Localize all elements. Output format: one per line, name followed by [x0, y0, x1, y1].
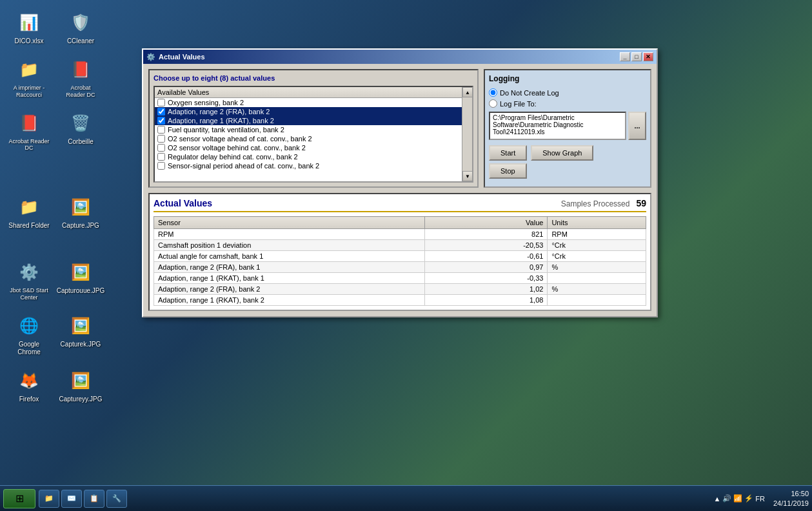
close-button[interactable]: ✕ [643, 52, 653, 61]
list-item[interactable]: Adaption, range 2 (FRA), bank 2 [155, 107, 462, 116]
list-item[interactable]: Sensor-signal period ahead of cat. conv.… [155, 161, 462, 170]
trash-icon: 🗑️ [68, 110, 94, 136]
checkbox-sensor-signal[interactable] [157, 162, 165, 170]
show-graph-button[interactable]: Show Graph [531, 145, 593, 161]
file-path-input[interactable] [493, 114, 622, 137]
radio-no-log-item[interactable]: Do Not Create Log [489, 88, 646, 97]
desktop-icons-group: 📊 DICO.xlsx 🛡️ CCleaner 📁 A imprimer -Ra… [6, 10, 103, 403]
tray-lang-label: FR [755, 495, 765, 503]
checkbox-fra-bank2[interactable] [157, 108, 165, 115]
cell-sensor: Actual angle for camshaft, bank 1 [154, 251, 425, 262]
desktop-icon-shared[interactable]: 📁 Shared Folder [6, 194, 52, 230]
desktop-icon-acrobat2[interactable]: 📕 Acrobat Reader DC [6, 110, 52, 152]
jbot-icon: ⚙️ [16, 259, 42, 285]
scroll-thumb[interactable] [462, 97, 472, 171]
taskbar: ⊞ 📁 ✉️ 📋 🔧 ▲ 🔊 📶 ⚡ FR [0, 485, 812, 511]
ccleaner-icon: 🛡️ [68, 10, 94, 35]
checkbox-oxygen[interactable] [157, 99, 165, 106]
desktop-icon-firefox[interactable]: 🦊 Firefox [6, 368, 52, 403]
item-label: O2 sensor voltage behind cat. conv., ban… [168, 144, 306, 152]
desktop-icon-acrobat[interactable]: 📕 AcrobatReader DC [58, 57, 103, 99]
capturek-label: Capturek.JPG [61, 341, 101, 348]
cell-value: 0,97 [424, 262, 548, 273]
desktop-icon-captureyy[interactable]: 🖼️ Captureyy.JPG [58, 368, 103, 403]
firefox-label: Firefox [19, 396, 39, 403]
taskbar-date-text: 24/11/2019 [773, 499, 809, 508]
item-label: Sensor-signal period ahead of cat. conv.… [168, 162, 319, 170]
radio-log-file[interactable] [489, 99, 497, 108]
checkbox-list: Oxygen sensing, bank 2 Adaption, range 2… [155, 98, 472, 170]
checkbox-regulator[interactable] [157, 153, 165, 161]
start-button[interactable]: ⊞ [3, 489, 35, 508]
list-item[interactable]: Oxygen sensing, bank 2 [155, 98, 462, 107]
file-path-row: ... [489, 112, 646, 140]
capture-icon: 🖼️ [68, 194, 94, 220]
list-item[interactable]: Adaption, range 1 (RKAT), bank 2 [155, 116, 462, 125]
desktop-icon-capturek[interactable]: 🖼️ Capturek.JPG [58, 313, 103, 356]
icon-row-1: 📊 DICO.xlsx 🛡️ CCleaner [6, 10, 103, 45]
logging-title: Logging [489, 74, 646, 83]
acrobat-icon: 📕 [68, 57, 94, 83]
cell-sensor: Adaption, range 2 (FRA), bank 1 [154, 262, 425, 273]
item-label: Adaption, range 2 (FRA), bank 2 [168, 108, 270, 115]
window-icon: ⚙️ [146, 53, 155, 61]
desktop-icon-capturouue[interactable]: 🖼️ Capturouue.JPG [58, 259, 103, 301]
checkbox-o2-ahead[interactable] [157, 135, 165, 143]
start-button[interactable]: Start [489, 145, 527, 161]
chrome-label: Google Chrome [6, 341, 52, 356]
cell-sensor: Adaption, range 1 (RKAT), bank 1 [154, 273, 425, 284]
list-item[interactable]: Regulator delay behind cat. conv., bank … [155, 152, 462, 161]
icon-row-2: 📁 A imprimer -Raccourci 📕 AcrobatReader … [6, 57, 103, 99]
checkbox-fuel[interactable] [157, 126, 165, 134]
mail-icon: ✉️ [67, 494, 76, 503]
folder-icon: 📁 [16, 57, 42, 83]
radio-no-log-label[interactable]: Do Not Create Log [500, 89, 559, 97]
tray-battery-icon: ⚡ [744, 494, 753, 503]
desktop-icon-folder[interactable]: 📁 A imprimer -Raccourci [6, 57, 52, 99]
radio-no-log[interactable] [489, 88, 497, 97]
desktop-icon-chrome[interactable]: 🌐 Google Chrome [6, 313, 52, 356]
logging-panel: Logging Do Not Create Log Log File To: [484, 69, 651, 188]
checkbox-rkat-bank2[interactable] [157, 117, 165, 125]
window-title-text: Actual Values [159, 53, 205, 61]
maximize-button[interactable]: □ [631, 52, 642, 61]
listbox-scrollbar[interactable]: ▲ ▼ [462, 87, 472, 181]
scroll-down-button[interactable]: ▼ [462, 171, 473, 181]
list-item[interactable]: O2 sensor voltage behind cat. conv., ban… [155, 143, 462, 152]
radio-log-file-label[interactable]: Log File To: [500, 100, 537, 108]
cell-units: RPM [548, 229, 646, 240]
table-row: RPM821RPM [154, 229, 646, 240]
desktop-icon-trash[interactable]: 🗑️ Corbeille [58, 110, 103, 152]
window-controls: _ □ ✕ [620, 52, 653, 61]
list-item[interactable]: O2 sensor voltage ahead of cat. conv., b… [155, 134, 462, 143]
col-value: Value [424, 217, 548, 229]
minimize-button[interactable]: _ [620, 52, 630, 61]
checkbox-o2-behind[interactable] [157, 144, 165, 152]
stop-button[interactable]: Stop [489, 163, 527, 179]
samples-count: 59 [636, 198, 646, 208]
cell-value: 1,02 [424, 284, 548, 295]
item-label: O2 sensor voltage ahead of cat. conv., b… [168, 135, 312, 143]
captureyy-label: Captureyy.JPG [59, 396, 102, 403]
desktop-icon-capture[interactable]: 🖼️ Capture.JPG [58, 194, 103, 230]
cell-units [548, 295, 646, 306]
desktop-icon-jbot[interactable]: ⚙️ Jbot S&D Start Center [6, 259, 52, 301]
trash-label: Corbeille [68, 138, 93, 146]
taskbar-item-explorer[interactable]: 📁 [39, 490, 59, 508]
taskbar-right: ▲ 🔊 📶 ⚡ FR 16:50 24/11/2019 [710, 489, 809, 508]
firefox-icon: 🦊 [16, 368, 42, 394]
list-item[interactable]: Fuel quantity, tank ventilation, bank 2 [155, 125, 462, 134]
taskbar-item-app1[interactable]: 📋 [84, 490, 104, 508]
taskbar-item-app2[interactable]: 🔧 [106, 490, 127, 508]
desktop-icon-dico[interactable]: 📊 DICO.xlsx [6, 10, 52, 45]
browse-button[interactable]: ... [628, 112, 646, 140]
capturek-icon: 🖼️ [68, 313, 94, 339]
taskbar-clock[interactable]: 16:50 24/11/2019 [773, 489, 809, 508]
taskbar-item-mail[interactable]: ✉️ [61, 490, 82, 508]
chrome-icon: 🌐 [16, 313, 42, 339]
scroll-up-button[interactable]: ▲ [462, 87, 473, 97]
values-listbox[interactable]: Available Values ▲ ▼ Oxygen sen [153, 86, 473, 183]
radio-log-file-item[interactable]: Log File To: [489, 99, 646, 108]
desktop-icon-ccleaner[interactable]: 🛡️ CCleaner [58, 10, 103, 45]
jbot-label: Jbot S&D Start Center [6, 287, 52, 301]
